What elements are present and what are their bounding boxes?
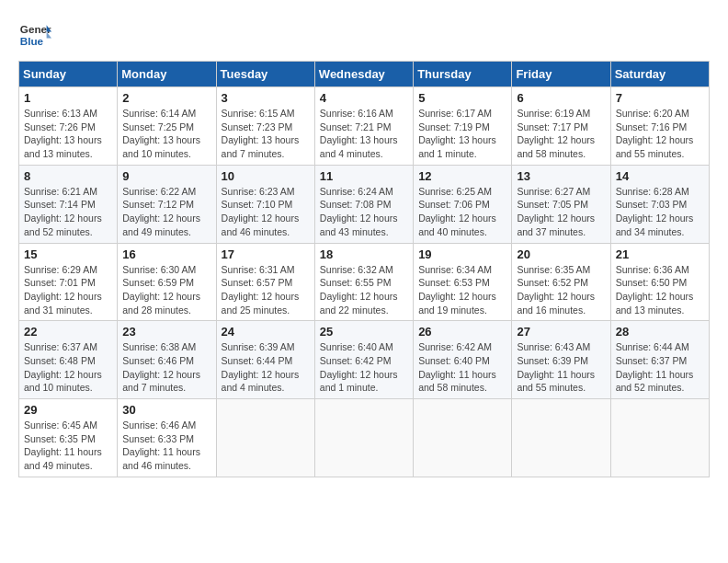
day-info: Sunrise: 6:27 AMSunset: 7:05 PMDaylight:…: [517, 186, 595, 237]
day-number: 5: [418, 91, 506, 105]
calendar-cell: 19Sunrise: 6:34 AMSunset: 6:53 PMDayligh…: [414, 243, 512, 321]
day-info: Sunrise: 6:31 AMSunset: 6:57 PMDaylight:…: [222, 264, 300, 316]
weekday-header-wednesday: Wednesday: [314, 62, 413, 87]
day-info: Sunrise: 6:19 AMSunset: 7:17 PMDaylight:…: [517, 108, 595, 159]
calendar-cell: 27Sunrise: 6:43 AMSunset: 6:39 PMDayligh…: [512, 321, 610, 399]
weekday-header-row: SundayMondayTuesdayWednesdayThursdayFrid…: [19, 62, 710, 87]
calendar-cell: 1Sunrise: 6:13 AMSunset: 7:26 PMDaylight…: [19, 87, 118, 166]
day-number: 13: [517, 169, 605, 183]
calendar-week-row: 15Sunrise: 6:29 AMSunset: 7:01 PMDayligh…: [19, 243, 710, 321]
day-number: 11: [320, 169, 408, 183]
day-info: Sunrise: 6:40 AMSunset: 6:42 PMDaylight:…: [320, 341, 398, 393]
page-header: General Blue: [18, 18, 710, 52]
calendar-cell: 10Sunrise: 6:23 AMSunset: 7:10 PMDayligh…: [216, 165, 314, 243]
calendar-week-row: 8Sunrise: 6:21 AMSunset: 7:14 PMDaylight…: [19, 165, 710, 243]
calendar-cell: 23Sunrise: 6:38 AMSunset: 6:46 PMDayligh…: [118, 321, 216, 399]
weekday-header-friday: Friday: [512, 62, 610, 87]
day-info: Sunrise: 6:17 AMSunset: 7:19 PMDaylight:…: [418, 108, 496, 159]
day-number: 10: [222, 169, 310, 183]
day-info: Sunrise: 6:44 AMSunset: 6:37 PMDaylight:…: [616, 341, 694, 393]
day-number: 8: [24, 169, 112, 183]
day-info: Sunrise: 6:28 AMSunset: 7:03 PMDaylight:…: [616, 186, 694, 237]
calendar-cell: [314, 399, 413, 477]
day-number: 12: [418, 169, 506, 183]
day-number: 3: [222, 91, 310, 105]
day-number: 2: [122, 91, 210, 105]
day-info: Sunrise: 6:29 AMSunset: 7:01 PMDaylight:…: [24, 264, 102, 316]
calendar-week-row: 29Sunrise: 6:45 AMSunset: 6:35 PMDayligh…: [19, 399, 710, 477]
calendar-cell: 16Sunrise: 6:30 AMSunset: 6:59 PMDayligh…: [118, 243, 216, 321]
day-number: 27: [517, 325, 605, 339]
calendar-cell: 26Sunrise: 6:42 AMSunset: 6:40 PMDayligh…: [414, 321, 512, 399]
day-info: Sunrise: 6:25 AMSunset: 7:06 PMDaylight:…: [418, 186, 496, 237]
day-number: 21: [616, 247, 704, 261]
day-number: 4: [320, 91, 408, 105]
day-info: Sunrise: 6:22 AMSunset: 7:12 PMDaylight:…: [122, 186, 200, 237]
calendar-cell: 7Sunrise: 6:20 AMSunset: 7:16 PMDaylight…: [610, 87, 709, 166]
calendar-cell: 22Sunrise: 6:37 AMSunset: 6:48 PMDayligh…: [19, 321, 118, 399]
day-info: Sunrise: 6:45 AMSunset: 6:35 PMDaylight:…: [24, 419, 102, 471]
calendar-cell: 12Sunrise: 6:25 AMSunset: 7:06 PMDayligh…: [414, 165, 512, 243]
logo-icon: General Blue: [18, 18, 51, 52]
calendar-cell: 13Sunrise: 6:27 AMSunset: 7:05 PMDayligh…: [512, 165, 610, 243]
calendar-cell: 24Sunrise: 6:39 AMSunset: 6:44 PMDayligh…: [216, 321, 314, 399]
day-info: Sunrise: 6:43 AMSunset: 6:39 PMDaylight:…: [517, 341, 595, 393]
day-number: 7: [616, 91, 704, 105]
calendar-cell: 30Sunrise: 6:46 AMSunset: 6:33 PMDayligh…: [118, 399, 216, 477]
calendar-cell: [216, 399, 314, 477]
calendar-week-row: 1Sunrise: 6:13 AMSunset: 7:26 PMDaylight…: [19, 87, 710, 166]
day-number: 17: [222, 247, 310, 261]
day-info: Sunrise: 6:21 AMSunset: 7:14 PMDaylight:…: [24, 186, 102, 237]
calendar-week-row: 22Sunrise: 6:37 AMSunset: 6:48 PMDayligh…: [19, 321, 710, 399]
day-info: Sunrise: 6:46 AMSunset: 6:33 PMDaylight:…: [122, 419, 200, 471]
calendar-cell: 17Sunrise: 6:31 AMSunset: 6:57 PMDayligh…: [216, 243, 314, 321]
logo: General Blue: [18, 18, 51, 52]
day-info: Sunrise: 6:37 AMSunset: 6:48 PMDaylight:…: [24, 341, 102, 393]
day-info: Sunrise: 6:16 AMSunset: 7:21 PMDaylight:…: [320, 108, 398, 159]
calendar-cell: 5Sunrise: 6:17 AMSunset: 7:19 PMDaylight…: [414, 87, 512, 166]
weekday-header-monday: Monday: [118, 62, 216, 87]
day-number: 23: [122, 325, 210, 339]
day-number: 30: [122, 403, 210, 417]
day-number: 1: [24, 91, 112, 105]
calendar-cell: 15Sunrise: 6:29 AMSunset: 7:01 PMDayligh…: [19, 243, 118, 321]
day-info: Sunrise: 6:13 AMSunset: 7:26 PMDaylight:…: [24, 108, 102, 159]
calendar-cell: [512, 399, 610, 477]
day-info: Sunrise: 6:34 AMSunset: 6:53 PMDaylight:…: [418, 264, 496, 316]
day-info: Sunrise: 6:20 AMSunset: 7:16 PMDaylight:…: [616, 108, 694, 159]
day-number: 16: [122, 247, 210, 261]
calendar-cell: 25Sunrise: 6:40 AMSunset: 6:42 PMDayligh…: [314, 321, 413, 399]
calendar-cell: 20Sunrise: 6:35 AMSunset: 6:52 PMDayligh…: [512, 243, 610, 321]
day-info: Sunrise: 6:36 AMSunset: 6:50 PMDaylight:…: [616, 264, 694, 316]
calendar-cell: 21Sunrise: 6:36 AMSunset: 6:50 PMDayligh…: [610, 243, 709, 321]
day-info: Sunrise: 6:30 AMSunset: 6:59 PMDaylight:…: [122, 264, 200, 316]
day-info: Sunrise: 6:32 AMSunset: 6:55 PMDaylight:…: [320, 264, 398, 316]
weekday-header-tuesday: Tuesday: [216, 62, 314, 87]
day-number: 25: [320, 325, 408, 339]
day-info: Sunrise: 6:42 AMSunset: 6:40 PMDaylight:…: [418, 341, 496, 393]
day-number: 24: [222, 325, 310, 339]
day-info: Sunrise: 6:14 AMSunset: 7:25 PMDaylight:…: [122, 108, 200, 159]
calendar-cell: [414, 399, 512, 477]
day-info: Sunrise: 6:39 AMSunset: 6:44 PMDaylight:…: [222, 341, 300, 393]
day-number: 26: [418, 325, 506, 339]
day-number: 6: [517, 91, 605, 105]
calendar-cell: 29Sunrise: 6:45 AMSunset: 6:35 PMDayligh…: [19, 399, 118, 477]
day-number: 29: [24, 403, 112, 417]
calendar-cell: 3Sunrise: 6:15 AMSunset: 7:23 PMDaylight…: [216, 87, 314, 166]
calendar-cell: 8Sunrise: 6:21 AMSunset: 7:14 PMDaylight…: [19, 165, 118, 243]
calendar-cell: 9Sunrise: 6:22 AMSunset: 7:12 PMDaylight…: [118, 165, 216, 243]
weekday-header-thursday: Thursday: [414, 62, 512, 87]
calendar-cell: 28Sunrise: 6:44 AMSunset: 6:37 PMDayligh…: [610, 321, 709, 399]
day-number: 19: [418, 247, 506, 261]
weekday-header-sunday: Sunday: [19, 62, 118, 87]
day-number: 18: [320, 247, 408, 261]
calendar-cell: 18Sunrise: 6:32 AMSunset: 6:55 PMDayligh…: [314, 243, 413, 321]
calendar-cell: [610, 399, 709, 477]
day-number: 15: [24, 247, 112, 261]
weekday-header-saturday: Saturday: [610, 62, 709, 87]
calendar-cell: 14Sunrise: 6:28 AMSunset: 7:03 PMDayligh…: [610, 165, 709, 243]
day-number: 9: [122, 169, 210, 183]
calendar-cell: 4Sunrise: 6:16 AMSunset: 7:21 PMDaylight…: [314, 87, 413, 166]
calendar-cell: 11Sunrise: 6:24 AMSunset: 7:08 PMDayligh…: [314, 165, 413, 243]
